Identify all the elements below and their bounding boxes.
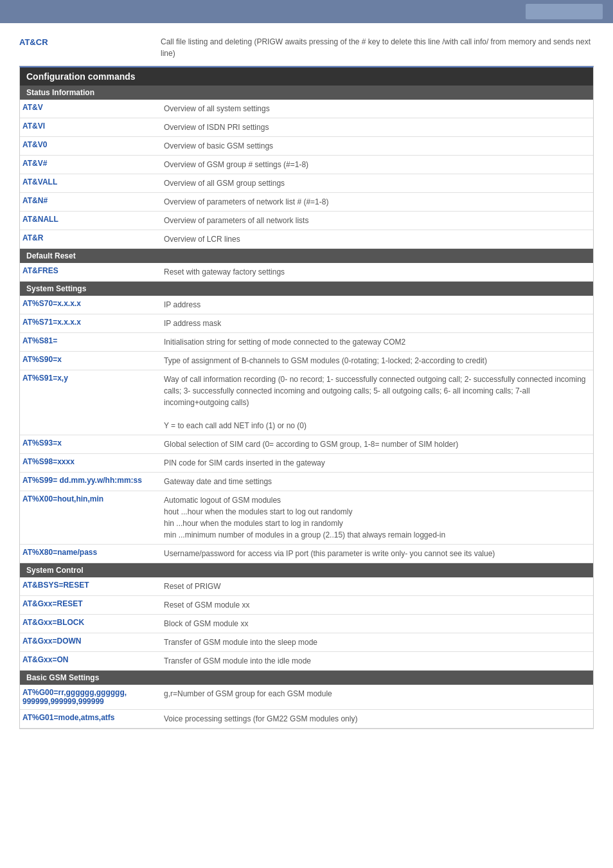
desc-cell: Overview of all system settings [164, 103, 591, 114]
table-row: AT&BSYS=RESETReset of PRIGW [20, 577, 593, 596]
table-row: AT%S81=Initialisation string for setting… [20, 333, 593, 352]
desc-cell: Reset of PRIGW [164, 581, 591, 592]
default-reset-header: Default Reset [20, 249, 593, 263]
cmd-cell: AT&V [22, 103, 164, 112]
desc-cell: Reset of GSM module xx [164, 599, 591, 611]
atcr-command: AT&CR [19, 36, 161, 59]
cmd-cell: AT&VI [22, 122, 164, 131]
desc-cell: Overview of LCR lines [164, 233, 591, 245]
cmd-cell: AT%S91=x,y [22, 374, 164, 383]
table-row: AT&VIOverview of ISDN PRI settings [20, 118, 593, 137]
table-row: AT&Gxx=DOWNTransfer of GSM module into t… [20, 633, 593, 652]
cmd-cell: AT&VALL [22, 177, 164, 186]
table-row: AT%S99= dd.mm.yy.w/hh:mm:ssGateway date … [20, 473, 593, 491]
desc-cell: Global selection of SIM card (0= accordi… [164, 439, 591, 450]
page-wrapper: AT&CR Call file listing and deleting (PR… [0, 0, 613, 868]
cmd-cell: AT%S90=x [22, 355, 164, 364]
config-section-header: Configuration commands [20, 68, 593, 86]
desc-cell: Voice processing settings (for GM22 GSM … [164, 713, 591, 725]
cmd-cell: AT&R [22, 233, 164, 242]
cmd-cell: AT%S81= [22, 336, 164, 345]
sys-commands: AT%S70=x.x.x.xIP addressAT%S71=x.x.x.xIP… [20, 296, 593, 563]
cmd-cell: AT%G01=mode,atms,atfs [22, 713, 164, 722]
table-row: AT%S91=x,yWay of call information record… [20, 370, 593, 435]
cmd-cell: AT%X00=hout,hin,min [22, 494, 164, 503]
cmd-cell: AT%X80=name/pass [22, 548, 164, 557]
table-row: AT&Gxx=BLOCKBlock of GSM module xx [20, 615, 593, 633]
atcr-description: Call file listing and deleting (PRIGW aw… [161, 36, 594, 59]
desc-cell: Overview of basic GSM settings [164, 140, 591, 152]
cmd-cell: AT&Gxx=DOWN [22, 637, 164, 646]
table-row: AT&Gxx=RESETReset of GSM module xx [20, 596, 593, 615]
table-row: AT&N#Overview of parameters of network l… [20, 193, 593, 212]
table-row: AT&V#Overview of GSM group # settings (#… [20, 156, 593, 174]
atfres-row: AT&FRES Reset with gateway factory setti… [20, 263, 593, 282]
cmd-cell: AT&Gxx=ON [22, 655, 164, 664]
atfres-desc: Reset with gateway factory settings [164, 266, 591, 278]
table-row: AT&ROverview of LCR lines [20, 230, 593, 249]
desc-cell: Overview of parameters of network list #… [164, 196, 591, 208]
desc-cell: Overview of all GSM group settings [164, 177, 591, 189]
desc-cell: Overview of ISDN PRI settings [164, 122, 591, 133]
table-row: AT%S90=xType of assignment of B-channels… [20, 352, 593, 370]
table-row: AT%X00=hout,hin,minAutomatic logout of G… [20, 491, 593, 545]
table-row: AT%S70=x.x.x.xIP address [20, 296, 593, 314]
desc-cell: Overview of GSM group # settings (#=1-8) [164, 159, 591, 170]
system-control-header: System Control [20, 563, 593, 577]
status-info-title: Status Information [26, 88, 94, 97]
desc-cell: g,r=Number of GSM group for each GSM mod… [164, 688, 591, 700]
desc-cell: Transfer of GSM module into the idle mod… [164, 655, 591, 667]
cmd-cell: AT&V0 [22, 140, 164, 149]
content-area: AT&CR Call file listing and deleting (PR… [0, 23, 613, 748]
cmd-cell: AT%S98=xxxx [22, 457, 164, 466]
table-row: AT%G01=mode,atms,atfsVoice processing se… [20, 710, 593, 728]
table-row: AT%X80=name/passUsername/password for ac… [20, 545, 593, 563]
cmd-cell: AT%S93=x [22, 439, 164, 448]
cmd-cell: AT%S99= dd.mm.yy.w/hh:mm:ss [22, 476, 164, 485]
basic-gsm-header: Basic GSM Settings [20, 671, 593, 685]
atcr-row: AT&CR Call file listing and deleting (PR… [19, 36, 594, 66]
cmd-cell: AT%S70=x.x.x.x [22, 299, 164, 308]
config-section-title: Configuration commands [26, 71, 136, 82]
status-commands: AT&VOverview of all system settingsAT&VI… [20, 100, 593, 249]
system-settings-header: System Settings [20, 282, 593, 296]
cmd-cell: AT&BSYS=RESET [22, 581, 164, 590]
top-bar [0, 0, 613, 23]
system-settings-title: System Settings [26, 284, 86, 293]
status-info-header: Status Information [20, 86, 593, 100]
desc-cell: Type of assignment of B-channels to GSM … [164, 355, 591, 366]
table-row: AT&NALLOverview of parameters of all net… [20, 212, 593, 230]
cmd-cell: AT&NALL [22, 215, 164, 224]
desc-cell: Username/password for access via IP port… [164, 548, 591, 559]
config-table: Configuration commands Status Informatio… [19, 66, 594, 729]
cmd-cell: AT&Gxx=RESET [22, 599, 164, 608]
cmd-cell: AT&Gxx=BLOCK [22, 618, 164, 627]
basic-gsm-title: Basic GSM Settings [26, 673, 99, 682]
default-reset-title: Default Reset [26, 251, 76, 260]
gsm-commands: AT%G00=rr,gggggg,gggggg, 999999,999999,9… [20, 685, 593, 728]
cmd-cell: AT%S71=x.x.x.x [22, 318, 164, 327]
desc-cell: Automatic logout of GSM modules hout ...… [164, 494, 591, 541]
top-bar-right-element [526, 4, 603, 19]
atfres-cmd: AT&FRES [22, 266, 164, 275]
table-row: AT&VALLOverview of all GSM group setting… [20, 174, 593, 193]
cmd-cell: AT&N# [22, 196, 164, 205]
desc-cell: Overview of parameters of all network li… [164, 215, 591, 226]
table-row: AT&V0Overview of basic GSM settings [20, 137, 593, 156]
table-row: AT&VOverview of all system settings [20, 100, 593, 118]
desc-cell: IP address mask [164, 318, 591, 329]
desc-cell: Block of GSM module xx [164, 618, 591, 629]
table-row: AT&Gxx=ONTransfer of GSM module into the… [20, 652, 593, 671]
desc-cell: Transfer of GSM module into the sleep mo… [164, 637, 591, 648]
system-control-title: System Control [26, 566, 84, 575]
table-row: AT%S93=xGlobal selection of SIM card (0=… [20, 435, 593, 454]
cmd-cell: AT&V# [22, 159, 164, 168]
desc-cell: IP address [164, 299, 591, 311]
table-row: AT%G00=rr,gggggg,gggggg, 999999,999999,9… [20, 685, 593, 710]
desc-cell: Initialisation string for setting of mod… [164, 336, 591, 348]
desc-cell: PIN code for SIM cards inserted in the g… [164, 457, 591, 469]
desc-cell: Gateway date and time settings [164, 476, 591, 487]
table-row: AT%S71=x.x.x.xIP address mask [20, 314, 593, 333]
ctrl-commands: AT&BSYS=RESETReset of PRIGWAT&Gxx=RESETR… [20, 577, 593, 671]
table-row: AT%S98=xxxxPIN code for SIM cards insert… [20, 454, 593, 473]
